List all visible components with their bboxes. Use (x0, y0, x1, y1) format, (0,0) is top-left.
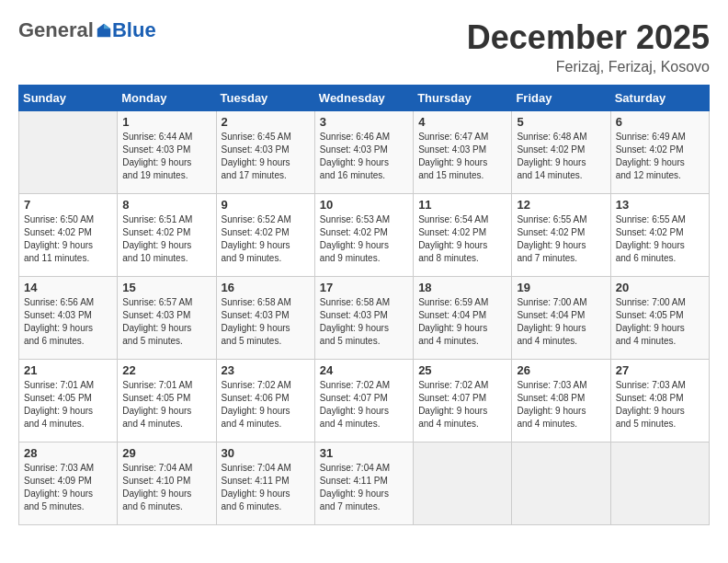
weekday-header-thursday: Thursday (414, 86, 512, 111)
calendar-week-row: 14Sunrise: 6:56 AM Sunset: 4:03 PM Dayli… (19, 277, 710, 360)
day-info: Sunrise: 7:03 AM Sunset: 4:09 PM Dayligh… (24, 462, 112, 513)
calendar-cell: 22Sunrise: 7:01 AM Sunset: 4:05 PM Dayli… (118, 360, 216, 442)
calendar-cell (414, 442, 512, 525)
day-info: Sunrise: 6:58 AM Sunset: 4:03 PM Dayligh… (222, 296, 310, 348)
calendar-week-row: 21Sunrise: 7:01 AM Sunset: 4:05 PM Dayli… (19, 360, 710, 442)
calendar-cell: 24Sunrise: 7:02 AM Sunset: 4:07 PM Dayli… (314, 360, 413, 442)
weekday-header-sunday: Sunday (19, 86, 118, 111)
day-number: 19 (517, 281, 605, 294)
logo: General Blue (18, 18, 156, 42)
day-number: 3 (320, 115, 408, 129)
calendar-cell: 31Sunrise: 7:04 AM Sunset: 4:11 PM Dayli… (314, 442, 413, 525)
day-number: 29 (122, 446, 210, 460)
day-number: 8 (122, 198, 210, 212)
day-info: Sunrise: 7:00 AM Sunset: 4:04 PM Dayligh… (517, 296, 605, 348)
day-number: 13 (616, 198, 704, 212)
day-info: Sunrise: 7:04 AM Sunset: 4:10 PM Dayligh… (122, 462, 210, 513)
weekday-header-saturday: Saturday (610, 86, 709, 111)
calendar-cell: 20Sunrise: 7:00 AM Sunset: 4:05 PM Dayli… (610, 277, 709, 360)
day-info: Sunrise: 6:54 AM Sunset: 4:02 PM Dayligh… (418, 213, 506, 265)
day-number: 1 (122, 115, 210, 129)
calendar-cell: 19Sunrise: 7:00 AM Sunset: 4:04 PM Dayli… (512, 277, 610, 360)
svg-marker-1 (104, 24, 110, 29)
day-info: Sunrise: 7:03 AM Sunset: 4:08 PM Dayligh… (517, 379, 605, 431)
calendar-cell (19, 111, 118, 194)
day-number: 27 (616, 363, 704, 377)
day-info: Sunrise: 6:51 AM Sunset: 4:02 PM Dayligh… (122, 213, 210, 265)
calendar-cell: 21Sunrise: 7:01 AM Sunset: 4:05 PM Dayli… (19, 360, 118, 442)
day-number: 6 (616, 115, 704, 129)
day-info: Sunrise: 7:01 AM Sunset: 4:05 PM Dayligh… (122, 379, 210, 431)
day-info: Sunrise: 7:04 AM Sunset: 4:11 PM Dayligh… (222, 462, 310, 513)
calendar-cell: 18Sunrise: 6:59 AM Sunset: 4:04 PM Dayli… (414, 277, 512, 360)
calendar-cell: 16Sunrise: 6:58 AM Sunset: 4:03 PM Dayli… (216, 277, 314, 360)
calendar-cell: 9Sunrise: 6:52 AM Sunset: 4:02 PM Daylig… (216, 194, 314, 277)
calendar-cell: 1Sunrise: 6:44 AM Sunset: 4:03 PM Daylig… (118, 111, 216, 194)
logo-general-text: General (18, 18, 94, 42)
day-info: Sunrise: 6:59 AM Sunset: 4:04 PM Dayligh… (418, 296, 506, 348)
day-number: 2 (222, 115, 310, 129)
day-number: 10 (320, 198, 408, 212)
weekday-header-friday: Friday (512, 86, 610, 111)
day-number: 17 (320, 281, 408, 294)
title-block: December 2025 Ferizaj, Ferizaj, Kosovo (467, 18, 710, 75)
calendar-cell: 3Sunrise: 6:46 AM Sunset: 4:03 PM Daylig… (314, 111, 413, 194)
calendar-cell (512, 442, 610, 525)
calendar-cell: 17Sunrise: 6:58 AM Sunset: 4:03 PM Dayli… (314, 277, 413, 360)
day-info: Sunrise: 7:04 AM Sunset: 4:11 PM Dayligh… (320, 462, 408, 513)
day-number: 30 (222, 446, 310, 460)
calendar-cell: 29Sunrise: 7:04 AM Sunset: 4:10 PM Dayli… (118, 442, 216, 525)
day-info: Sunrise: 6:48 AM Sunset: 4:02 PM Dayligh… (517, 131, 605, 182)
calendar-cell: 30Sunrise: 7:04 AM Sunset: 4:11 PM Dayli… (216, 442, 314, 525)
location-text: Ferizaj, Ferizaj, Kosovo (467, 59, 710, 75)
day-number: 16 (222, 281, 310, 294)
calendar-cell: 8Sunrise: 6:51 AM Sunset: 4:02 PM Daylig… (118, 194, 216, 277)
day-number: 14 (24, 281, 112, 294)
calendar-cell: 23Sunrise: 7:02 AM Sunset: 4:06 PM Dayli… (216, 360, 314, 442)
month-title: December 2025 (467, 18, 710, 57)
day-info: Sunrise: 7:02 AM Sunset: 4:06 PM Dayligh… (222, 379, 310, 431)
calendar-cell: 2Sunrise: 6:45 AM Sunset: 4:03 PM Daylig… (216, 111, 314, 194)
day-number: 24 (320, 363, 408, 377)
day-info: Sunrise: 6:58 AM Sunset: 4:03 PM Dayligh… (320, 296, 408, 348)
calendar-cell: 25Sunrise: 7:02 AM Sunset: 4:07 PM Dayli… (414, 360, 512, 442)
day-number: 25 (418, 363, 506, 377)
day-info: Sunrise: 6:55 AM Sunset: 4:02 PM Dayligh… (616, 213, 704, 265)
day-number: 4 (418, 115, 506, 129)
day-info: Sunrise: 6:46 AM Sunset: 4:03 PM Dayligh… (320, 131, 408, 182)
day-number: 23 (222, 363, 310, 377)
weekday-header-monday: Monday (118, 86, 216, 111)
day-number: 21 (24, 363, 112, 377)
weekday-header-wednesday: Wednesday (314, 86, 413, 111)
day-info: Sunrise: 6:45 AM Sunset: 4:03 PM Dayligh… (222, 131, 310, 182)
day-number: 5 (517, 115, 605, 129)
calendar-cell: 14Sunrise: 6:56 AM Sunset: 4:03 PM Dayli… (19, 277, 118, 360)
day-number: 7 (24, 198, 112, 212)
calendar-week-row: 28Sunrise: 7:03 AM Sunset: 4:09 PM Dayli… (19, 442, 710, 525)
day-info: Sunrise: 7:02 AM Sunset: 4:07 PM Dayligh… (418, 379, 506, 431)
day-info: Sunrise: 6:50 AM Sunset: 4:02 PM Dayligh… (24, 213, 112, 265)
calendar-week-row: 7Sunrise: 6:50 AM Sunset: 4:02 PM Daylig… (19, 194, 710, 277)
day-number: 9 (222, 198, 310, 212)
weekday-header-tuesday: Tuesday (216, 86, 314, 111)
day-info: Sunrise: 6:47 AM Sunset: 4:03 PM Dayligh… (418, 131, 506, 182)
calendar-cell: 6Sunrise: 6:49 AM Sunset: 4:02 PM Daylig… (610, 111, 709, 194)
calendar-cell: 13Sunrise: 6:55 AM Sunset: 4:02 PM Dayli… (610, 194, 709, 277)
day-info: Sunrise: 7:00 AM Sunset: 4:05 PM Dayligh… (616, 296, 704, 348)
calendar-cell: 4Sunrise: 6:47 AM Sunset: 4:03 PM Daylig… (414, 111, 512, 194)
page-header: General Blue December 2025 Ferizaj, Feri… (18, 18, 710, 75)
calendar-cell: 28Sunrise: 7:03 AM Sunset: 4:09 PM Dayli… (19, 442, 118, 525)
day-info: Sunrise: 7:02 AM Sunset: 4:07 PM Dayligh… (320, 379, 408, 431)
calendar-week-row: 1Sunrise: 6:44 AM Sunset: 4:03 PM Daylig… (19, 111, 710, 194)
day-info: Sunrise: 6:56 AM Sunset: 4:03 PM Dayligh… (24, 296, 112, 348)
day-number: 20 (616, 281, 704, 294)
day-number: 18 (418, 281, 506, 294)
calendar-cell: 27Sunrise: 7:03 AM Sunset: 4:08 PM Dayli… (610, 360, 709, 442)
day-info: Sunrise: 6:57 AM Sunset: 4:03 PM Dayligh… (122, 296, 210, 348)
day-info: Sunrise: 6:55 AM Sunset: 4:02 PM Dayligh… (517, 213, 605, 265)
weekday-header-row: SundayMondayTuesdayWednesdayThursdayFrid… (19, 86, 710, 111)
day-number: 15 (122, 281, 210, 294)
day-info: Sunrise: 6:52 AM Sunset: 4:02 PM Dayligh… (222, 213, 310, 265)
calendar-cell: 11Sunrise: 6:54 AM Sunset: 4:02 PM Dayli… (414, 194, 512, 277)
calendar-table: SundayMondayTuesdayWednesdayThursdayFrid… (18, 85, 710, 525)
